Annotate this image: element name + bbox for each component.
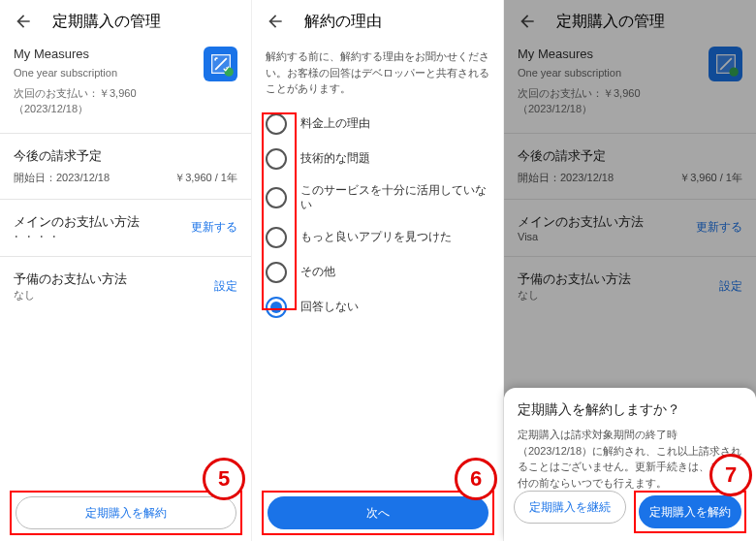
pane-reason: 解約の理由 解約する前に、解約する理由をお聞かせください。お客様の回答はデベロッ… (252, 0, 504, 541)
pane-manage: 定期購入の管理 My Measures One year subscriptio… (0, 0, 252, 541)
reason-label: 料金上の理由 (300, 116, 370, 132)
sheet-title: 定期購入を解約しますか？ (518, 401, 742, 419)
page-title: 定期購入の管理 (52, 12, 161, 32)
page-title: 解約の理由 (304, 12, 382, 32)
reason-label: 技術的な問題 (300, 151, 370, 167)
main-payment-section: メインのお支払い方法 ･ ･ ･ ･ 更新する (0, 206, 251, 250)
back-icon[interactable] (12, 10, 35, 33)
cancel-subscription-button[interactable]: 定期購入を解約 (639, 495, 741, 528)
sheet-description: 定期購入は請求対象期間の終了時（2023/12/18）に解約され、これ以上請求さ… (518, 427, 742, 491)
back-icon[interactable] (264, 10, 287, 33)
app-name: My Measures (14, 47, 204, 61)
continue-subscription-button[interactable]: 定期購入を継続 (514, 491, 626, 524)
next-pay: 次回のお支払い：￥3,960（2023/12/18） (14, 85, 204, 117)
svg-point-1 (224, 68, 233, 77)
section-title: メインのお支払い方法 (14, 213, 140, 231)
step-badge-5: 5 (203, 458, 245, 500)
reason-label: このサービスを十分に活用していない (300, 183, 489, 213)
schedule-section: 今後の請求予定 開始日：2023/12/18 ￥3,960 / 1年 (0, 140, 251, 193)
backup-payment-section: 予備のお支払い方法 なし 設定 (0, 263, 251, 310)
schedule-price: ￥3,960 / 1年 (174, 171, 237, 185)
reason-label: もっと良いアプリを見つけた (300, 230, 452, 245)
cancel-button-frame: 定期購入を解約 (10, 491, 242, 535)
update-link[interactable]: 更新する (191, 219, 237, 236)
sub-line: One year subscription (14, 65, 204, 81)
step-badge-6: 6 (455, 458, 497, 500)
schedule-start: 開始日：2023/12/18 (14, 171, 110, 185)
subscription-block: My Measures One year subscription 次回のお支払… (0, 43, 251, 127)
sheet-buttons: 定期購入を継続 定期購入を解約 (514, 491, 746, 533)
cancel-button-highlight: 定期購入を解約 (634, 491, 746, 533)
reason-label: その他 (300, 265, 335, 280)
topbar: 解約の理由 (252, 0, 503, 43)
card-mask: ･ ･ ･ ･ (14, 231, 140, 242)
highlight-radios (262, 112, 297, 310)
section-title: 予備のお支払い方法 (14, 270, 127, 288)
next-button-frame: 次へ (262, 491, 494, 535)
step-badge-7: 7 (709, 454, 752, 496)
pane-confirm: 定期購入の管理 My Measures One year subscriptio… (504, 0, 756, 541)
reason-label: 回答しない (300, 300, 359, 315)
topbar: 定期購入の管理 (0, 0, 251, 43)
backup-value: なし (14, 288, 127, 302)
cancel-subscription-button[interactable]: 定期購入を解約 (16, 496, 236, 529)
section-title: 今後の請求予定 (14, 147, 237, 165)
reason-description: 解約する前に、解約する理由をお聞かせください。お客様の回答はデベロッパーと共有さ… (252, 43, 503, 107)
set-link[interactable]: 設定 (214, 278, 237, 295)
next-button[interactable]: 次へ (268, 496, 488, 529)
app-icon (204, 47, 237, 81)
